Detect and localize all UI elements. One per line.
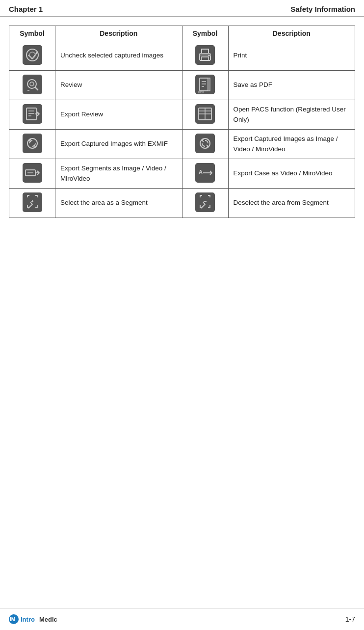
desc-cell: Deselect the area from Segment <box>228 189 355 218</box>
page-number: 1-7 <box>345 615 355 623</box>
svg-text:Intro: Intro <box>21 616 35 623</box>
desc-cell: Select the area as a Segment <box>55 189 182 218</box>
desc-cell: Open PACS function (Registered User Only… <box>228 100 355 130</box>
export-review-icon <box>9 100 55 130</box>
review-icon <box>9 71 55 100</box>
desc-cell: Uncheck selected captured images <box>55 41 182 71</box>
footer-logo: IM Intro Medic <box>9 612 63 626</box>
svg-rect-35 <box>195 134 215 153</box>
export-segments-icon <box>9 159 55 189</box>
open-pacs-icon <box>182 100 228 130</box>
svg-text:A: A <box>199 169 203 175</box>
export-captured-video-icon <box>182 130 228 159</box>
export-case-video-icon: A <box>182 159 228 189</box>
svg-rect-33 <box>23 134 42 153</box>
desc-cell: Export Case as Video / MiroVideo <box>228 159 355 189</box>
page-header: Chapter 1 Safety Information <box>0 0 364 17</box>
select-area-icon <box>9 189 55 218</box>
svg-text:Medic: Medic <box>39 616 57 623</box>
save-pdf-icon: PDF <box>182 71 228 100</box>
export-captured-exmif-icon <box>9 130 55 159</box>
table-row: ReviewPDFSave as PDF <box>9 71 355 100</box>
col-header-symbol1: Symbol <box>9 26 55 41</box>
main-content: Symbol Description Symbol Description Un… <box>0 17 364 608</box>
col-header-desc1: Description <box>55 26 182 41</box>
section-label: Safety Information <box>290 5 355 13</box>
col-header-symbol2: Symbol <box>182 26 228 41</box>
desc-cell: Print <box>228 41 355 71</box>
symbols-table: Symbol Description Symbol Description Un… <box>9 26 355 218</box>
deselect-area-icon <box>182 189 228 218</box>
svg-rect-11 <box>23 75 42 94</box>
desc-cell: Save as PDF <box>228 71 355 100</box>
table-header-row: Symbol Description Symbol Description <box>9 26 355 41</box>
svg-point-10 <box>208 55 210 56</box>
svg-rect-0 <box>23 45 42 65</box>
table-row: Export ReviewOpen PACS function (Registe… <box>9 100 355 130</box>
desc-cell: Review <box>55 71 182 100</box>
uncheck-selected-icon <box>9 41 55 71</box>
desc-cell: Export Captured Images as Image / Video … <box>228 130 355 159</box>
col-header-desc2: Description <box>228 26 355 41</box>
table-row: Uncheck selected captured imagesPrint <box>9 41 355 71</box>
svg-text:IM: IM <box>10 617 15 622</box>
desc-cell: Export Review <box>55 100 182 130</box>
intromedic-logo: IM Intro Medic <box>9 612 63 626</box>
table-row: Export Segments as Image / Video / MiroV… <box>9 159 355 189</box>
page-footer: IM Intro Medic 1-7 <box>0 608 364 630</box>
table-row: Select the area as a SegmentDeselect the… <box>9 189 355 218</box>
desc-cell: Export Captured Images with EXMIF <box>55 130 182 159</box>
chapter-label: Chapter 1 <box>9 5 43 13</box>
desc-cell: Export Segments as Image / Video / MiroV… <box>55 159 182 189</box>
svg-text:PDF: PDF <box>198 91 204 94</box>
print-icon <box>182 41 228 71</box>
table-row: Export Captured Images with EXMIFExport … <box>9 130 355 159</box>
svg-rect-47 <box>195 192 215 212</box>
